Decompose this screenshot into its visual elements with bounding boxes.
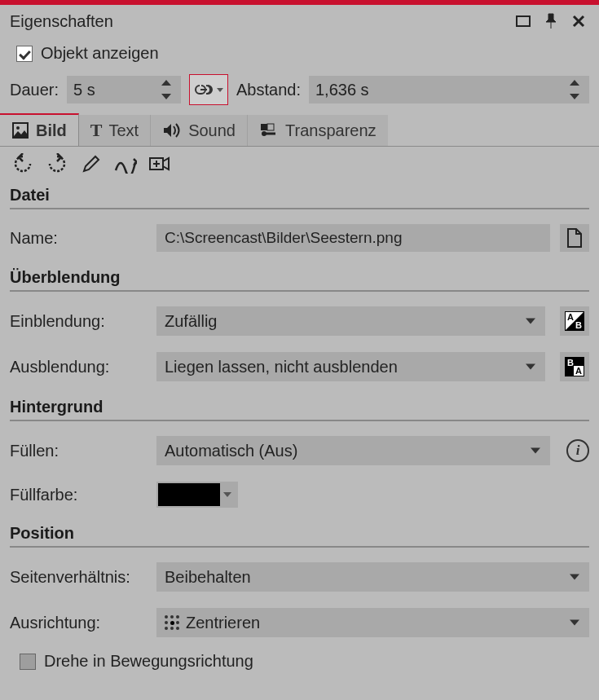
seitenverhaeltnis-label: Seitenverhältnis: [10, 568, 148, 587]
section-title-ueberblendung: Überblendung [0, 260, 599, 290]
einblendung-label: Einblendung: [10, 312, 148, 331]
tab-bild[interactable]: Bild [0, 113, 79, 146]
browse-file-button[interactable] [560, 224, 589, 252]
svg-point-5 [262, 131, 266, 136]
align-center-icon [165, 615, 179, 630]
image-icon [11, 121, 29, 139]
svg-rect-0 [517, 16, 530, 26]
ab-transition-icon: AB [565, 311, 584, 331]
seitenverhaeltnis-value: Beibehalten [165, 568, 251, 587]
ausblendung-label: Ausblendung: [10, 358, 148, 376]
titlebar: Eigenschaften [0, 5, 599, 37]
fuellen-select[interactable]: Automatisch (Aus) [156, 436, 550, 465]
edit-button[interactable] [78, 152, 104, 176]
tab-transparenz[interactable]: Transparenz [248, 115, 388, 146]
link-duration-button[interactable] [189, 74, 228, 105]
color-swatch [158, 483, 220, 506]
fuellen-value: Automatisch (Aus) [165, 442, 297, 460]
show-object-checkbox[interactable] [16, 46, 33, 62]
show-object-label[interactable]: Objekt anzeigen [41, 44, 159, 63]
duration-label: Dauer: [10, 81, 59, 99]
tab-sound[interactable]: Sound [151, 115, 248, 146]
section-title-position: Position [0, 516, 599, 546]
tab-strip: Bild T Text Sound Transparenz [0, 115, 599, 147]
ausrichtung-value: Zentrieren [186, 614, 260, 632]
window-title: Eigenschaften [10, 12, 113, 31]
text-icon: T [90, 120, 103, 141]
rotate-cw-button[interactable] [44, 152, 70, 176]
distance-value: 1,636 s [315, 81, 570, 99]
window-pin-button[interactable] [540, 11, 562, 32]
window-close-button[interactable] [568, 11, 589, 32]
ausrichtung-label: Ausrichtung: [10, 614, 148, 632]
transparency-icon [259, 121, 279, 139]
distance-stepper[interactable] [570, 80, 583, 99]
ba-transition-icon: BA [565, 357, 584, 376]
section-title-hintergrund: Hintergrund [0, 390, 599, 420]
einblendung-effect-button[interactable]: AB [560, 306, 589, 336]
name-input[interactable] [156, 224, 550, 252]
distance-label: Abstand: [236, 81, 301, 99]
rotate-ccw-button[interactable] [10, 152, 36, 176]
ausblendung-effect-button[interactable]: BA [560, 352, 589, 381]
section-rule [10, 546, 589, 548]
name-label: Name: [10, 229, 148, 248]
rotate-direction-checkbox[interactable] [20, 654, 36, 670]
fuellfarbe-label: Füllfarbe: [10, 486, 148, 504]
seitenverhaeltnis-select[interactable]: Beibehalten [156, 562, 589, 592]
ausblendung-select[interactable]: Liegen lassen, nicht ausblenden [156, 352, 545, 381]
chevron-down-icon [570, 575, 579, 580]
svg-point-2 [16, 126, 20, 130]
rotate-direction-label[interactable]: Drehe in Bewegungsrichtung [44, 652, 253, 671]
section-rule [10, 420, 589, 421]
chevron-down-icon [526, 364, 535, 370]
chevron-down-icon [526, 319, 535, 324]
camera-move-button[interactable] [147, 152, 173, 176]
window-restore-button[interactable] [513, 11, 534, 32]
duration-stepper[interactable] [161, 80, 174, 99]
tab-sound-label: Sound [188, 121, 236, 140]
fuellen-label: Füllen: [10, 442, 148, 460]
distance-input[interactable]: 1,636 s [309, 76, 589, 103]
sound-icon [162, 121, 182, 139]
tab-text-label: Text [108, 121, 139, 140]
section-title-datei: Datei [0, 178, 599, 208]
einblendung-value: Zufällig [165, 312, 217, 331]
ausrichtung-select[interactable]: Zentrieren [156, 608, 589, 637]
tab-bild-label: Bild [36, 121, 67, 140]
section-rule [10, 290, 589, 292]
chevron-down-icon [570, 620, 579, 626]
fill-info-button[interactable]: i [566, 439, 589, 462]
fill-color-picker[interactable] [156, 482, 238, 508]
path-button[interactable] [112, 152, 139, 176]
duration-value: 5 s [73, 81, 161, 99]
svg-rect-4 [267, 124, 274, 130]
tab-text[interactable]: T Text [79, 115, 151, 146]
section-rule [10, 208, 589, 209]
svg-rect-3 [261, 124, 267, 130]
ausblendung-value: Liegen lassen, nicht ausblenden [165, 358, 398, 376]
tab-transparenz-label: Transparenz [285, 121, 377, 140]
einblendung-select[interactable]: Zufällig [156, 306, 545, 336]
chevron-down-icon [223, 492, 231, 497]
bild-toolbar [0, 147, 599, 178]
chevron-down-icon [531, 448, 540, 454]
chevron-down-icon [217, 88, 223, 92]
duration-input[interactable]: 5 s [67, 76, 181, 103]
